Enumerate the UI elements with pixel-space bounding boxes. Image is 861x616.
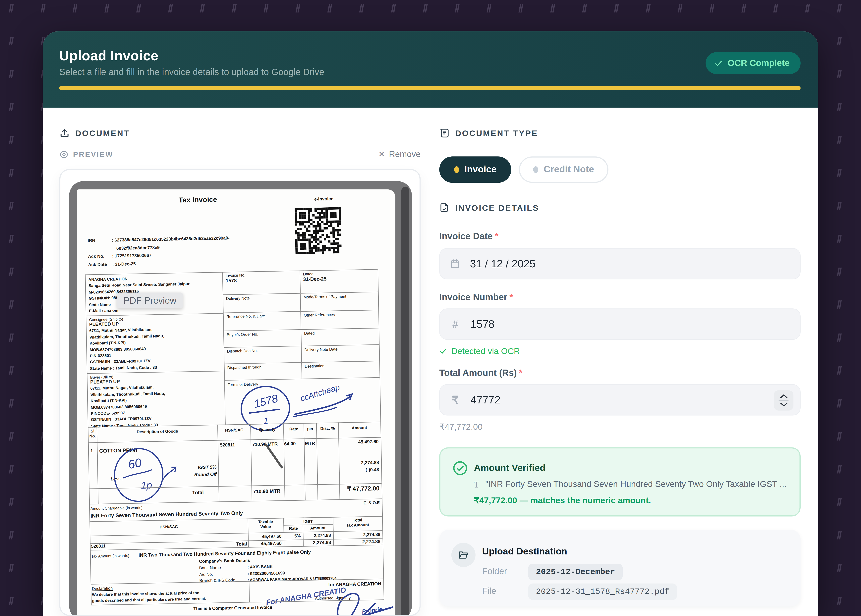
- invoice-meta-row: Invoice No.1578Dated31-Dec-25: [223, 269, 378, 295]
- calendar-icon: [450, 259, 460, 269]
- remove-label: Remove: [389, 149, 420, 159]
- svg-text:1578: 1578: [252, 392, 279, 410]
- invoice-date-label: Invoice Date*: [439, 231, 499, 242]
- invoice-date-value: 31 / 12 / 2025: [470, 258, 535, 270]
- amount-stepper[interactable]: [774, 390, 793, 410]
- dialog-header: Upload Invoice Select a file and fill in…: [43, 31, 818, 108]
- total-amount-field[interactable]: ₹ 47772: [439, 384, 801, 416]
- type-option-invoice[interactable]: Invoice: [439, 156, 511, 183]
- document-type-header: DOCUMENT TYPE: [439, 128, 538, 138]
- remove-button[interactable]: ✕ Remove: [378, 149, 420, 159]
- check-circle-icon: [452, 460, 468, 476]
- upload-invoice-dialog: Upload Invoice Select a file and fill in…: [43, 31, 818, 616]
- invoice-details-header: INVOICE DETAILS: [439, 203, 539, 213]
- check-icon: [439, 347, 447, 355]
- handwriting-less-circle: 60 1p: [112, 444, 184, 503]
- credit-option-label: Credit Note: [544, 164, 594, 175]
- file-check-icon: [439, 203, 450, 213]
- check-icon: [715, 59, 722, 67]
- preview-label: PREVIEW: [73, 150, 113, 159]
- chevron-up-icon: [779, 394, 788, 399]
- ocr-detected-note: Detected via OCR: [439, 346, 520, 356]
- document-type-label: DOCUMENT TYPE: [455, 129, 538, 138]
- consignee-block: Consignee (Ship to) PLEATED UP 67/11, Mu…: [86, 314, 224, 373]
- ack-no: : 172519173502667: [112, 253, 151, 259]
- invoice-option-label: Invoice: [464, 164, 496, 175]
- page-subtitle: Select a file and fill in the invoice de…: [60, 67, 324, 77]
- stepper-divider: [779, 400, 789, 401]
- invoice-meta-row: Dispatched throughDestination: [224, 361, 379, 381]
- rupee-icon: ₹: [450, 393, 461, 406]
- folder-label: Folder: [482, 566, 507, 576]
- upload-icon: [60, 128, 70, 138]
- file-chip: 2025-12-31_1578_Rs47772.pdf: [528, 583, 677, 600]
- screen: ////////////////////////////////////////…: [0, 0, 861, 616]
- progress-bar: [60, 86, 801, 90]
- document-section-header: DOCUMENT: [60, 128, 130, 138]
- invoice-meta-row: Dispatch Doc No.Delivery Note Date: [224, 345, 379, 364]
- folder-chip: 2025-12-December: [528, 564, 623, 580]
- invoice-number-value: 1578: [471, 318, 494, 330]
- invoice-number-label: Invoice Number*: [439, 292, 513, 302]
- verified-quote: T "INR Forty Seven Thousand Seven Hundre…: [474, 479, 791, 489]
- scan-frame-edge: [401, 187, 409, 616]
- pdf-preview-area[interactable]: Tax Invoice e-Invoice IRN: 627388a547e26…: [60, 169, 421, 616]
- irn-value-1: 627388a547e26d51c635223b4be6436d2d52eae3…: [114, 236, 230, 243]
- irn-block: IRN: 627388a547e26d51c635223b4be6436d2d5…: [88, 234, 230, 269]
- required-asterisk: *: [519, 368, 523, 378]
- scroll-icon: [439, 128, 450, 138]
- invoice-page: Tax Invoice e-Invoice IRN: 627388a547e26…: [77, 189, 395, 616]
- active-dot: [454, 167, 459, 173]
- folder-icon-circle: [452, 543, 475, 567]
- invoice-meta-row: Delivery NoteMode/Terms of Payment: [223, 292, 378, 313]
- buyer-block: Buyer (Bill to) PLEATED UP 67/11, Muthu …: [87, 371, 224, 427]
- folder-icon: [458, 550, 469, 560]
- upload-destination-card: Upload Destination Folder 2025-12-Decemb…: [439, 530, 801, 607]
- invoice-date-field[interactable]: 31 / 12 / 2025: [439, 248, 801, 279]
- total-amount-value: 47772: [471, 393, 500, 406]
- amount-in-words: INR Forty Seven Thousand Seven Hundred S…: [90, 510, 243, 519]
- invoice-meta-row: Buyer's Order No.Dated: [224, 328, 379, 348]
- amount-verified-panel: Amount Verified T "INR Forty Seven Thous…: [439, 447, 801, 516]
- qr-code: [295, 207, 342, 254]
- required-asterisk: *: [509, 292, 513, 302]
- preview-toolbar: PREVIEW ✕ Remove: [60, 149, 421, 159]
- verified-title: Amount Verified: [474, 463, 546, 474]
- hash-icon: #: [450, 318, 461, 330]
- ocr-badge-label: OCR Complete: [728, 58, 790, 68]
- file-label: File: [482, 586, 496, 596]
- invoice-details-label: INVOICE DETAILS: [455, 203, 539, 212]
- invoice-scan: Tax Invoice e-Invoice IRN: 627388a547e26…: [77, 189, 395, 616]
- required-asterisk: *: [495, 231, 499, 241]
- amount-helper: ₹47,772.00: [439, 422, 483, 432]
- ocr-complete-badge: OCR Complete: [706, 52, 801, 74]
- declaration-text: We declare that this invoice shows the a…: [92, 589, 206, 603]
- signature-scribble: [326, 586, 395, 616]
- type-option-credit-note[interactable]: Credit Note: [519, 156, 609, 183]
- pen-mark: [263, 442, 285, 470]
- text-icon: T: [474, 479, 479, 489]
- pdf-preview-tooltip: PDF Preview: [117, 292, 183, 308]
- destination-title: Upload Destination: [482, 546, 567, 557]
- invoice-title: Tax Invoice: [77, 193, 319, 206]
- invoice-meta-row: Reference No. & Date.Other References: [224, 310, 379, 331]
- einvoice-label: e-Invoice: [314, 196, 334, 202]
- scan-frame: Tax Invoice e-Invoice IRN: 627388a547e26…: [69, 181, 412, 616]
- tax-amount-in-words: INR Two Thousand Two Hundred Seventy Fou…: [139, 549, 311, 558]
- inactive-dot: [534, 167, 538, 173]
- verified-match-line: ₹47,772.00 — matches the numeric amount.: [474, 496, 651, 506]
- total-amount-label: Total Amount (Rs)*: [439, 368, 523, 378]
- svg-text:60: 60: [127, 456, 143, 471]
- close-icon: ✕: [378, 149, 385, 159]
- preview-label-group: PREVIEW: [60, 149, 113, 159]
- invoice-grand-total: ₹ 47,772.00: [332, 485, 380, 493]
- ack-date: : 31-Dec-25: [112, 261, 136, 267]
- invoice-meta-grid: Invoice No.1578Dated31-Dec-25Delivery No…: [77, 189, 395, 192]
- document-section-label: DOCUMENT: [75, 129, 130, 138]
- svg-text:1p: 1p: [141, 479, 152, 491]
- page-title: Upload Invoice: [60, 48, 159, 64]
- svg-text:ccAttcheap: ccAttcheap: [299, 382, 341, 403]
- chevron-down-icon: [779, 402, 788, 407]
- eye-icon: [60, 149, 69, 159]
- invoice-number-field[interactable]: # 1578: [439, 308, 801, 340]
